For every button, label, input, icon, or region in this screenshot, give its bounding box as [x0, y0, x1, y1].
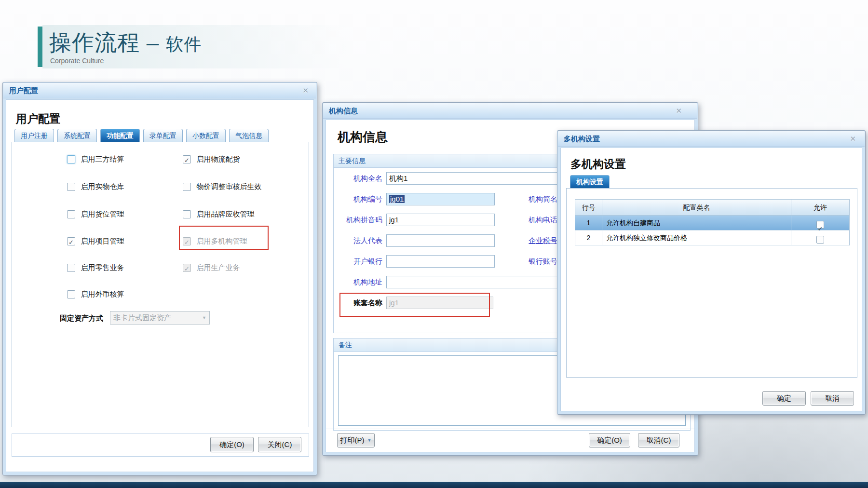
checkbox-enable-production-business[interactable]: ✓ 启用生产业务	[183, 263, 240, 273]
tab-user-register[interactable]: 用户注册	[14, 129, 54, 142]
org-config-table: 行号 配置类名 允许 1 允许机构自建商品 ✓ 2 允许机构独立修改商品价格	[575, 199, 850, 245]
org-pinyin-input[interactable]: jg1	[386, 214, 495, 226]
org-info-window-title: 机构信息	[329, 107, 358, 116]
col-header-config-name: 配置类名	[602, 200, 791, 216]
title-accent-bar	[38, 27, 42, 67]
org-info-heading: 机构信息	[338, 129, 388, 146]
highlight-box-account-set-name	[339, 293, 490, 317]
checkbox-enable-third-party-settlement[interactable]: 启用三方结算	[67, 155, 124, 164]
tab-entry-config[interactable]: 录单配置	[143, 129, 183, 142]
slide: 操作流程 – 软件 Corporate Culture 用户配置 ✕ 用户配置 …	[0, 0, 868, 488]
tab-decimal-config[interactable]: 小数配置	[186, 129, 226, 142]
checkbox-enable-retail-business[interactable]: 启用零售业务	[67, 263, 124, 273]
close-button[interactable]: 关闭(C)	[258, 437, 301, 452]
bank-account-label: 银行账号	[529, 257, 557, 266]
chevron-down-icon: ▼	[202, 312, 206, 324]
checkbox-icon[interactable]	[67, 290, 75, 298]
checkbox-icon[interactable]	[816, 236, 824, 244]
fixed-asset-select[interactable]: 非卡片式固定资产 ▼	[110, 311, 210, 325]
checkbox-icon[interactable]	[67, 210, 75, 218]
bank-input[interactable]	[386, 255, 495, 268]
checkbox-icon[interactable]	[183, 183, 191, 191]
col-header-row-number: 行号	[575, 200, 602, 216]
function-config-panel	[12, 142, 309, 427]
slide-bottom-bar	[0, 482, 868, 488]
close-icon[interactable]: ✕	[850, 135, 856, 143]
user-config-dialog: 用户配置 ✕ 用户配置 用户注册 系统配置 功能配置 录单配置 小数配置 气泡信…	[2, 82, 317, 475]
tab-system-config[interactable]: 系统配置	[57, 129, 97, 142]
col-header-allow: 允许	[791, 200, 849, 216]
checkbox-enable-logistics-distribution[interactable]: ✓ 启用物流配货	[183, 155, 240, 164]
checkbox-enable-physical-warehouse[interactable]: 启用实物仓库	[67, 182, 124, 192]
page-title: 操作流程 – 软件	[49, 28, 202, 58]
checkbox-icon[interactable]	[67, 155, 75, 163]
table-row-allow-self-created-goods[interactable]: 1 允许机构自建商品 ✓	[575, 216, 849, 230]
table-row-allow-independent-price-change[interactable]: 2 允许机构独立修改商品价格	[575, 230, 849, 245]
legal-rep-input[interactable]	[386, 234, 495, 247]
org-shortname-label: 机构简名	[529, 195, 557, 204]
tab-org-settings[interactable]: 机构设置	[570, 175, 610, 189]
ok-button[interactable]: 确定	[762, 391, 806, 406]
checkbox-icon[interactable]: ✓	[67, 237, 75, 245]
checkbox-enable-brand-receivable[interactable]: 启用品牌应收管理	[183, 210, 254, 219]
tab-function-config[interactable]: 功能配置	[100, 129, 140, 142]
checkbox-icon[interactable]	[67, 264, 75, 272]
user-config-heading: 用户配置	[16, 111, 60, 126]
page-subtitle: Corporate Culture	[50, 57, 104, 65]
ok-button[interactable]: 确定(O)	[210, 437, 254, 452]
multi-org-titlebar[interactable]: 多机构设置 ✕	[558, 131, 865, 147]
org-phone-label: 机构电话	[529, 216, 557, 225]
user-config-window-title: 用户配置	[9, 86, 38, 95]
chevron-down-icon: ▼	[367, 438, 372, 443]
multi-org-settings-dialog: 多机构设置 ✕ 多机构设置 机构设置 行号 配置类名 允许 1 允许机构自建商品…	[557, 130, 866, 415]
checkbox-icon[interactable]: ✓	[183, 264, 191, 272]
checkbox-enable-bin-management[interactable]: 启用货位管理	[67, 210, 124, 219]
checkbox-icon[interactable]: ✓	[183, 155, 191, 163]
user-config-titlebar[interactable]: 用户配置 ✕	[3, 83, 316, 98]
tax-number-label: 企业税号	[529, 236, 557, 245]
checkbox-icon[interactable]	[183, 210, 191, 218]
cancel-button[interactable]: 取消	[811, 391, 854, 406]
highlight-box-multi-org	[179, 226, 269, 250]
checkbox-enable-project-management[interactable]: ✓ 启用项目管理	[67, 237, 124, 246]
checkbox-icon[interactable]: ✓	[816, 221, 824, 229]
checkbox-price-adjust-after-audit[interactable]: 物价调整审核后生效	[183, 182, 261, 192]
ok-button[interactable]: 确定(O)	[589, 433, 630, 447]
page-title-main: 操作流程 –	[49, 30, 159, 55]
checkbox-icon[interactable]	[67, 183, 75, 191]
org-footer-divider	[326, 429, 694, 429]
close-icon[interactable]: ✕	[676, 107, 682, 115]
print-button[interactable]: 打印(P)▼	[337, 433, 375, 447]
cancel-button[interactable]: 取消(C)	[638, 433, 679, 447]
fixed-asset-value: 非卡片式固定资产	[113, 313, 171, 322]
tab-bubble-info[interactable]: 气泡信息	[229, 129, 269, 142]
checkbox-enable-foreign-currency[interactable]: 启用外币核算	[67, 290, 124, 299]
page-title-accent: 软件	[166, 34, 202, 54]
table-header-row: 行号 配置类名 允许	[575, 200, 849, 216]
org-code-input[interactable]: jg01	[386, 193, 495, 205]
close-icon[interactable]: ✕	[302, 86, 309, 95]
multi-org-heading: 多机构设置	[570, 157, 626, 172]
org-info-titlebar[interactable]: 机构信息 ✕	[323, 103, 697, 119]
multi-org-window-title: 多机构设置	[564, 135, 600, 144]
fixed-asset-label: 固定资产方式	[60, 314, 103, 323]
